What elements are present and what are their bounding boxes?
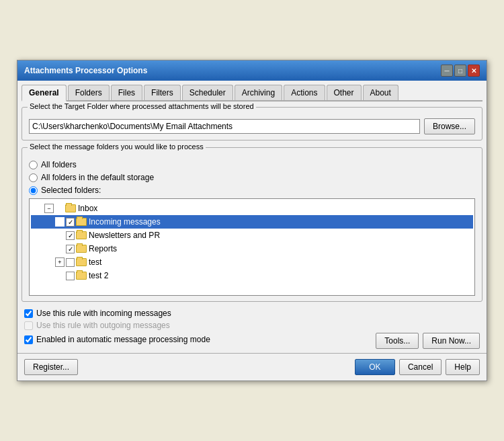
checkbox-incoming-label: Use this rule with incoming messages	[36, 309, 171, 318]
tree-check-test2[interactable]	[66, 272, 75, 280]
radio-group: All folders All folders in the default s…	[29, 160, 475, 195]
folder-icon-reports	[76, 245, 87, 253]
window-title: Attachments Processor Options	[24, 66, 147, 75]
radio-all-folders: All folders	[29, 160, 475, 169]
maximize-button[interactable]: □	[454, 65, 466, 77]
title-bar: Attachments Processor Options ─ □ ✕	[17, 61, 487, 81]
footer: Register... OK Cancel Help	[17, 353, 487, 380]
tree-expander-reports	[55, 244, 65, 253]
tab-other[interactable]: Other	[327, 85, 362, 100]
tree-node-inbox[interactable]: − Inbox	[31, 202, 473, 215]
ok-button[interactable]: OK	[355, 359, 395, 375]
checkbox-auto[interactable]	[24, 335, 33, 344]
tree-label-inbox: Inbox	[78, 204, 97, 213]
folder-icon-test	[76, 258, 87, 266]
tree-label-reports: Reports	[89, 244, 117, 253]
radio-default-input[interactable]	[29, 173, 38, 182]
message-folders-group-title: Select the message folders you would lik…	[28, 143, 206, 151]
tab-about[interactable]: About	[363, 85, 398, 100]
main-window: Attachments Processor Options ─ □ ✕ Gene…	[17, 60, 487, 381]
window-body: General Folders Files Filters Scheduler …	[17, 81, 487, 353]
tab-folders[interactable]: Folders	[68, 85, 110, 100]
radio-default-label: All folders in the default storage	[41, 173, 154, 182]
tab-files[interactable]: Files	[111, 85, 142, 100]
tab-general[interactable]: General	[22, 85, 67, 102]
tree-expander-inbox[interactable]: −	[44, 204, 54, 213]
tools-buttons: Tools... Run Now...	[376, 333, 480, 349]
tab-actions[interactable]: Actions	[284, 85, 325, 100]
tab-filters[interactable]: Filters	[144, 85, 181, 100]
radio-selected-folders: Selected folders:	[29, 186, 475, 195]
tree-expander-test[interactable]: +	[55, 257, 65, 267]
tools-button[interactable]: Tools...	[376, 333, 419, 349]
tree-expander-test2	[55, 271, 65, 280]
target-folder-group-title: Select the Target Folder where processed…	[28, 102, 256, 110]
title-bar-buttons: ─ □ ✕	[441, 65, 480, 77]
checkbox-outgoing[interactable]	[24, 321, 33, 330]
minimize-button[interactable]: ─	[441, 65, 453, 77]
tab-bar: General Folders Files Filters Scheduler …	[22, 85, 482, 102]
tab-archiving[interactable]: Archiving	[235, 85, 282, 100]
tree-node-test[interactable]: + test	[31, 255, 473, 269]
radio-default-storage: All folders in the default storage	[29, 173, 475, 182]
tree-label-newsletters: Newsletters and PR	[89, 231, 160, 240]
checkbox-incoming[interactable]	[24, 309, 33, 318]
tree-check-inbox	[55, 204, 64, 213]
footer-right-buttons: OK Cancel Help	[355, 359, 480, 375]
tree-check-test[interactable]	[66, 258, 75, 267]
tree-check-incoming[interactable]: ✓	[66, 218, 75, 227]
folder-icon-inbox	[65, 204, 76, 212]
tree-label-test: test	[89, 257, 101, 267]
tree-label-incoming: Incoming messages	[89, 217, 161, 227]
checkbox-outgoing-label: Use this rule with outgoing messages	[36, 321, 170, 330]
tree-node-incoming[interactable]: ✓ Incoming messages	[31, 215, 473, 229]
cancel-button[interactable]: Cancel	[399, 359, 442, 375]
run-now-button[interactable]: Run Now...	[423, 333, 480, 349]
target-folder-group: Select the Target Folder where processed…	[22, 107, 482, 141]
minimize-icon: ─	[444, 67, 449, 75]
tree-inner: − Inbox ✓ Incoming messages	[30, 199, 474, 285]
radio-all-input[interactable]	[29, 161, 38, 169]
help-button[interactable]: Help	[446, 359, 480, 375]
check-row-incoming: Use this rule with incoming messages	[24, 309, 480, 318]
check-row-auto: Enabled in automatic message processing …	[24, 335, 210, 344]
folder-icon-test2	[76, 272, 87, 280]
tree-check-newsletters[interactable]: ✓	[66, 231, 75, 240]
checkbox-section: Use this rule with incoming messages Use…	[22, 309, 482, 349]
folder-icon-incoming	[76, 218, 87, 226]
folder-row: Browse...	[29, 118, 475, 134]
register-button[interactable]: Register...	[24, 359, 78, 375]
folder-tree[interactable]: − Inbox ✓ Incoming messages	[29, 198, 475, 296]
message-folders-group: Select the message folders you would lik…	[22, 147, 482, 302]
browse-button[interactable]: Browse...	[424, 118, 475, 134]
tree-node-test2[interactable]: test 2	[31, 269, 473, 282]
tree-expander-newsletters	[55, 231, 65, 240]
radio-selected-input[interactable]	[29, 186, 38, 195]
folder-icon-newsletters	[76, 231, 87, 239]
check-row-outgoing: Use this rule with outgoing messages	[24, 321, 480, 330]
radio-selected-label: Selected folders:	[41, 186, 101, 195]
tree-check-reports[interactable]: ✓	[66, 245, 75, 253]
radio-all-label: All folders	[41, 160, 77, 169]
tree-node-newsletters[interactable]: ✓ Newsletters and PR	[31, 229, 473, 242]
tree-expander-incoming	[55, 217, 65, 227]
tree-label-test2: test 2	[89, 271, 108, 280]
target-folder-input[interactable]	[29, 119, 420, 134]
close-button[interactable]: ✕	[468, 65, 480, 77]
tab-scheduler[interactable]: Scheduler	[182, 85, 233, 100]
checkbox-auto-label: Enabled in automatic message processing …	[36, 335, 210, 344]
maximize-icon: □	[458, 67, 462, 75]
close-icon: ✕	[471, 67, 476, 75]
tree-node-reports[interactable]: ✓ Reports	[31, 242, 473, 255]
